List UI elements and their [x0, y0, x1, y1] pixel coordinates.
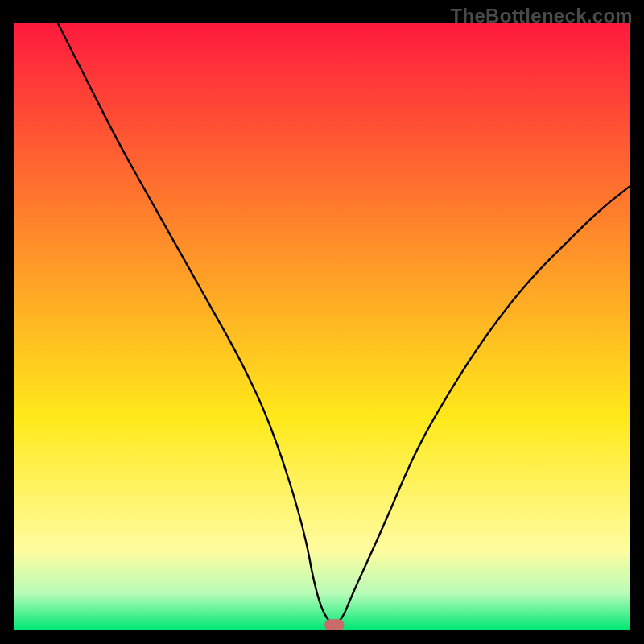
chart-frame: TheBottleneck.com	[0, 0, 644, 644]
optimum-marker	[324, 619, 344, 630]
gradient-background	[14, 23, 630, 630]
plot-svg	[14, 23, 630, 630]
watermark-label: TheBottleneck.com	[451, 5, 633, 27]
bottleneck-plot	[14, 23, 630, 630]
